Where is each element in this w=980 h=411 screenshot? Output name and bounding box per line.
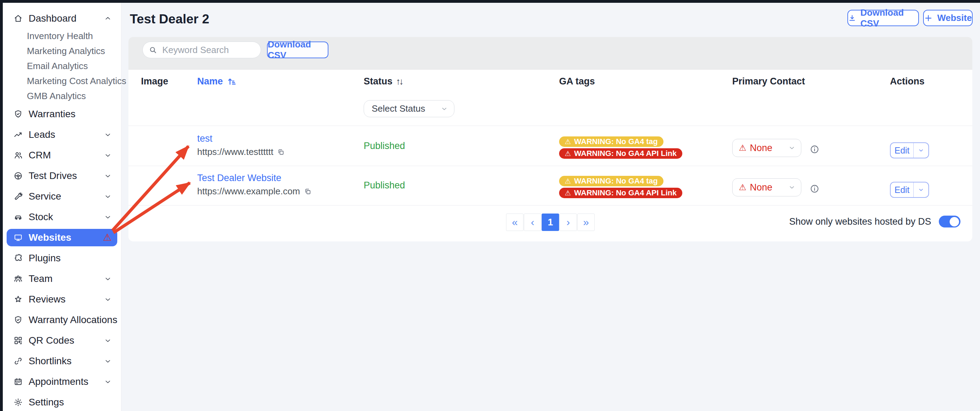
shield-check-icon: [13, 109, 23, 119]
gear-icon: [13, 397, 23, 408]
sidebar-item-dashboard[interactable]: Dashboard: [3, 8, 121, 29]
warning-icon: ⚠: [565, 177, 571, 185]
sidebar-item-settings[interactable]: Settings: [3, 392, 121, 411]
chevron-down-icon: [104, 378, 112, 386]
warning-triangle-icon: ⚠: [103, 233, 112, 243]
team-icon: [13, 273, 23, 284]
hosted-by-ds-toggle[interactable]: [939, 216, 961, 227]
pagination-last-button[interactable]: »: [577, 214, 595, 231]
edit-button[interactable]: Edit: [891, 143, 913, 158]
info-icon[interactable]: [810, 184, 819, 194]
website-url: https://www.testttttt: [197, 146, 273, 157]
toggle-knob: [950, 217, 959, 227]
sidebar: Dashboard Inventory Health Marketing Ana…: [3, 3, 121, 411]
website-name-link[interactable]: test: [197, 133, 285, 144]
toolbar: Download CSV: [129, 37, 972, 70]
warning-icon: ⚠: [565, 189, 571, 197]
edit-split-button[interactable]: Edit: [890, 182, 929, 198]
sort-ascending-icon: [226, 76, 237, 87]
copy-icon[interactable]: [277, 148, 285, 156]
pagination: « ‹ 1 › »: [506, 214, 595, 231]
ga4-tag-warning-badge: ⚠WARNING: No GA4 tag: [559, 176, 663, 186]
puzzle-icon: [13, 253, 23, 263]
search-input[interactable]: [162, 44, 255, 56]
edit-dropdown-toggle[interactable]: [913, 143, 928, 158]
window-frame-left: [0, 0, 3, 411]
status-published: Published: [364, 141, 405, 151]
trend-up-icon: [13, 129, 23, 140]
ga4-tag-warning-badge: ⚠WARNING: No GA4 tag: [559, 136, 663, 147]
website-name-link[interactable]: Test Dealer Website: [197, 173, 312, 184]
warning-icon: ⚠: [565, 149, 571, 158]
chevron-up-icon: [104, 15, 112, 22]
ga-tags-cell: ⚠WARNING: No GA4 tag ⚠WARNING: No GA4 AP…: [559, 176, 682, 198]
sidebar-item-crm[interactable]: CRM: [3, 145, 121, 165]
sidebar-item-test-drives[interactable]: Test Drives: [3, 165, 121, 186]
sidebar-item-service[interactable]: Service: [3, 186, 121, 206]
column-header-image: Image: [141, 76, 168, 87]
chevron-down-icon: [104, 337, 112, 344]
users-icon: [13, 150, 23, 160]
sidebar-item-appointments[interactable]: Appointments: [3, 371, 121, 392]
link-icon: [13, 356, 23, 367]
qr-icon: [13, 335, 23, 346]
sidebar-item-email-analytics[interactable]: Email Analytics: [3, 59, 121, 74]
edit-dropdown-toggle[interactable]: [913, 182, 928, 197]
chevron-down-icon: [788, 184, 795, 191]
column-header-actions: Actions: [890, 76, 924, 87]
column-header-ga-tags: GA tags: [559, 76, 595, 87]
shield-check-icon: [13, 315, 23, 325]
pagination-prev-button[interactable]: ‹: [524, 214, 541, 231]
pagination-first-button[interactable]: «: [506, 214, 523, 231]
warning-triangle-icon: ⚠: [739, 143, 746, 153]
status-published: Published: [364, 180, 405, 191]
chevron-down-icon: [104, 275, 112, 282]
sidebar-item-warranty-allocations[interactable]: Warranty Allocations: [3, 309, 121, 330]
chevron-down-icon: [104, 193, 112, 200]
website-name-cell: Test Dealer Website https://www.example.…: [197, 173, 312, 197]
sidebar-item-reviews[interactable]: Reviews: [3, 289, 121, 309]
steering-wheel-icon: [13, 171, 23, 181]
window-frame-top: [0, 0, 980, 3]
row-divider: [129, 125, 972, 126]
websites-table: Image Name Status↑↓ GA tags Primary Cont…: [129, 70, 972, 241]
sidebar-item-shortlinks[interactable]: Shortlinks: [3, 351, 121, 371]
sidebar-item-websites[interactable]: Websites ⚠: [3, 227, 121, 248]
sidebar-item-gmb-analytics[interactable]: GMB Analytics: [3, 89, 121, 104]
add-website-button[interactable]: Website: [923, 10, 973, 26]
ga-tags-cell: ⚠WARNING: No GA4 tag ⚠WARNING: No GA4 AP…: [559, 136, 682, 159]
chevron-down-icon: [104, 151, 112, 159]
sidebar-item-inventory-health[interactable]: Inventory Health: [3, 29, 121, 44]
row-divider: [129, 166, 972, 166]
sidebar-item-qr-codes[interactable]: QR Codes: [3, 330, 121, 351]
column-header-name[interactable]: Name: [197, 76, 237, 87]
page-title: Test Dealer 2: [130, 12, 209, 27]
download-csv-button[interactable]: Download CSV: [267, 41, 328, 58]
sidebar-item-marketing-analytics[interactable]: Marketing Analytics: [3, 44, 121, 59]
pagination-next-button[interactable]: ›: [560, 214, 577, 231]
star-icon: [13, 294, 23, 305]
sidebar-item-stock[interactable]: Stock: [3, 206, 121, 227]
info-icon[interactable]: [810, 144, 819, 154]
car-icon: [13, 212, 23, 222]
download-csv-button-top[interactable]: Download CSV: [847, 10, 919, 26]
primary-contact-select[interactable]: ⚠ None: [732, 178, 801, 197]
copy-icon[interactable]: [304, 187, 312, 196]
sidebar-item-team[interactable]: Team: [3, 268, 121, 289]
status-filter-select[interactable]: Select Status: [364, 100, 454, 117]
search-icon: [148, 45, 158, 54]
sidebar-item-warranties[interactable]: Warranties: [3, 104, 121, 124]
primary-contact-select[interactable]: ⚠ None: [732, 139, 801, 157]
sidebar-item-leads[interactable]: Leads: [3, 124, 121, 145]
edit-button[interactable]: Edit: [891, 182, 913, 197]
search-box: [142, 41, 261, 58]
edit-split-button[interactable]: Edit: [890, 142, 929, 159]
pagination-page-1[interactable]: 1: [542, 214, 559, 231]
sidebar-item-plugins[interactable]: Plugins: [3, 248, 121, 268]
chevron-down-icon: [104, 295, 112, 303]
ga4-api-warning-badge: ⚠WARNING: No GA4 API Link: [559, 188, 682, 198]
chevron-down-icon: [104, 172, 112, 180]
wrench-icon: [13, 191, 23, 202]
column-header-status[interactable]: Status↑↓: [364, 76, 402, 87]
sidebar-item-marketing-cost-analytics[interactable]: Marketing Cost Analytics: [3, 74, 121, 89]
